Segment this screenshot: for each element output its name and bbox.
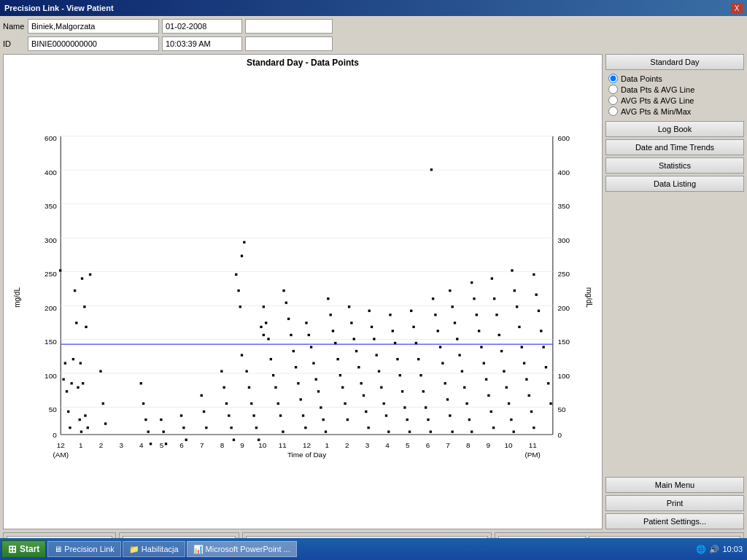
taskbar-item-0[interactable]: 🖥 Precision Link xyxy=(47,541,120,557)
windows-logo-icon: ⊞ xyxy=(8,543,17,555)
svg-text:9: 9 xyxy=(487,441,491,449)
title-bar: Precision Link - View Patient X xyxy=(0,0,747,16)
svg-rect-114 xyxy=(255,427,258,429)
content-area: Standard Day - Data Points mg/dL xyxy=(3,54,744,529)
chart-svg: 0 50 100 150 200 250 300 350 400 600 0 5… xyxy=(28,69,577,526)
close-button[interactable]: X xyxy=(731,3,743,13)
avg-pts-minmax-radio[interactable] xyxy=(608,106,618,116)
svg-rect-144 xyxy=(322,419,325,421)
svg-rect-230 xyxy=(513,430,515,432)
svg-rect-100 xyxy=(225,402,228,405)
system-tray: 🌐 🔊 10:03 xyxy=(696,545,746,554)
svg-rect-203 xyxy=(454,322,456,324)
svg-rect-112 xyxy=(250,402,252,405)
svg-rect-142 xyxy=(317,390,320,392)
start-button[interactable]: ⊞ Start xyxy=(1,540,46,558)
svg-rect-177 xyxy=(399,374,401,376)
standard-day-button[interactable]: Standard Day xyxy=(605,54,744,70)
svg-rect-161 xyxy=(363,394,365,397)
svg-rect-164 xyxy=(368,310,371,312)
window-title: Precision Link - View Patient xyxy=(4,4,114,12)
svg-rect-173 xyxy=(389,314,391,316)
svg-text:400: 400 xyxy=(44,168,57,176)
svg-rect-143 xyxy=(320,406,322,408)
data-points-option[interactable]: Data Points xyxy=(608,74,741,83)
svg-rect-79 xyxy=(87,427,89,429)
svg-text:1: 1 xyxy=(79,441,83,449)
main-menu-button[interactable]: Main Menu xyxy=(605,477,744,493)
patient-info-section: Name Biniek,Malgorzata 01-02-2008 xyxy=(3,19,744,34)
svg-rect-71 xyxy=(79,419,81,421)
svg-rect-128 xyxy=(285,302,287,304)
svg-rect-85 xyxy=(142,402,144,405)
statistics-button[interactable]: Statistics xyxy=(605,158,744,174)
svg-rect-147 xyxy=(329,314,331,316)
svg-rect-226 xyxy=(503,370,505,373)
log-book-button[interactable]: Log Book xyxy=(605,121,744,137)
svg-rect-125 xyxy=(279,414,282,416)
svg-rect-167 xyxy=(376,354,378,356)
data-points-radio[interactable] xyxy=(608,74,618,83)
svg-rect-108 xyxy=(241,354,243,356)
svg-rect-132 xyxy=(295,366,297,368)
svg-rect-197 xyxy=(444,382,446,384)
svg-rect-236 xyxy=(523,362,525,364)
svg-rect-152 xyxy=(341,386,344,389)
avg-pts-minmax-label: AVG Pts & Min/Max xyxy=(621,107,691,116)
svg-rect-194 xyxy=(437,330,439,332)
svg-rect-103 xyxy=(233,439,235,441)
svg-rect-69 xyxy=(75,322,77,324)
svg-text:250: 250 xyxy=(44,270,57,278)
svg-rect-225 xyxy=(500,350,503,352)
y-axis-label-right: mg/dL xyxy=(585,287,593,308)
svg-rect-202 xyxy=(451,306,453,308)
taskbar-item-label-0: Precision Link xyxy=(64,545,114,553)
svg-text:(PM): (PM) xyxy=(525,451,541,459)
svg-rect-121 xyxy=(270,358,272,360)
patient-id-row: ID BINIE0000000000 10:03:39 AM xyxy=(3,36,744,51)
svg-rect-218 xyxy=(487,394,489,397)
main-window: Name Biniek,Malgorzata 01-02-2008 ID BIN… xyxy=(0,16,747,538)
data-pts-avg-option[interactable]: Data Pts & AVG Line xyxy=(608,85,741,94)
taskbar-item-2[interactable]: 📊 Microsoft PowerPoint ... xyxy=(187,541,297,557)
print-button[interactable]: Print xyxy=(605,495,744,511)
svg-rect-232 xyxy=(514,289,516,292)
svg-rect-98 xyxy=(220,370,222,373)
avg-pts-avg-label: AVG Pts & AVG Line xyxy=(621,96,694,105)
svg-rect-247 xyxy=(547,382,549,384)
svg-text:2: 2 xyxy=(345,441,349,449)
svg-rect-111 xyxy=(248,386,250,389)
svg-rect-195 xyxy=(439,346,441,348)
svg-rect-192 xyxy=(432,298,434,300)
svg-text:5: 5 xyxy=(160,441,164,449)
date-time-trends-button[interactable]: Date and Time Trends xyxy=(605,139,744,155)
avg-pts-minmax-option[interactable]: AVG Pts & Min/Max xyxy=(608,106,741,116)
svg-rect-124 xyxy=(277,402,279,405)
svg-rect-193 xyxy=(434,314,436,316)
patient-settings-button[interactable]: Patient Settings... xyxy=(605,513,744,529)
display-options-group: Data Points Data Pts & AVG Line AVG Pts … xyxy=(605,72,744,119)
svg-rect-237 xyxy=(525,378,527,381)
svg-rect-134 xyxy=(300,398,302,400)
ppt-icon: 📊 xyxy=(193,545,204,554)
svg-text:0: 0 xyxy=(557,431,562,439)
data-listing-button[interactable]: Data Listing xyxy=(605,176,744,192)
svg-rect-175 xyxy=(394,342,396,344)
svg-rect-82 xyxy=(102,402,104,405)
svg-text:600: 600 xyxy=(44,134,57,142)
svg-rect-168 xyxy=(378,370,380,373)
svg-rect-84 xyxy=(140,382,142,384)
avg-pts-avg-option[interactable]: AVG Pts & AVG Line xyxy=(608,96,741,105)
patient-time-field: 10:03:39 AM xyxy=(162,36,242,51)
taskbar-item-1[interactable]: 📁 Habilitacja xyxy=(123,541,185,557)
svg-rect-215 xyxy=(480,346,482,348)
svg-rect-223 xyxy=(495,314,498,316)
svg-rect-166 xyxy=(373,338,375,340)
svg-rect-217 xyxy=(485,378,487,381)
svg-rect-72 xyxy=(80,430,82,432)
svg-rect-140 xyxy=(312,362,314,364)
svg-text:7: 7 xyxy=(446,441,450,449)
svg-rect-97 xyxy=(205,427,207,429)
avg-pts-avg-radio[interactable] xyxy=(608,96,618,105)
data-pts-avg-radio[interactable] xyxy=(608,85,618,94)
